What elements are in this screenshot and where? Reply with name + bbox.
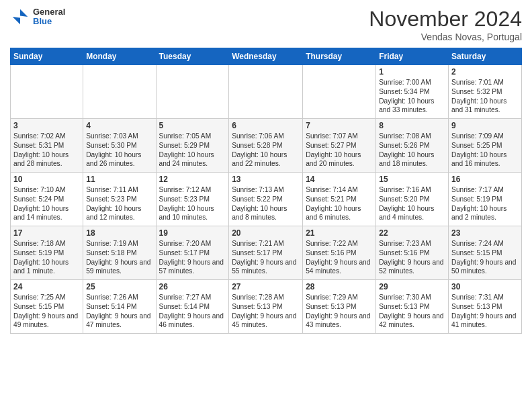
day-info-2: Sunrise: 7:01 AM Sunset: 5:32 PM Dayligh… xyxy=(451,78,519,115)
day-info-19: Sunrise: 7:20 AM Sunset: 5:17 PM Dayligh… xyxy=(159,239,226,276)
day-number-8: 8 xyxy=(379,121,445,130)
day-info-17: Sunrise: 7:18 AM Sunset: 5:19 PM Dayligh… xyxy=(13,239,80,276)
day-cell-1-2: 5Sunrise: 7:05 AM Sunset: 5:29 PM Daylig… xyxy=(156,119,229,173)
day-cell-3-1: 18Sunrise: 7:19 AM Sunset: 5:18 PM Dayli… xyxy=(83,226,156,280)
day-number-20: 20 xyxy=(232,228,300,238)
day-info-13: Sunrise: 7:13 AM Sunset: 5:22 PM Dayligh… xyxy=(232,185,300,222)
day-info-4: Sunrise: 7:03 AM Sunset: 5:30 PM Dayligh… xyxy=(86,132,152,169)
day-cell-0-4 xyxy=(303,65,376,119)
logo-text: General Blue xyxy=(33,7,65,27)
week-row-1: 3Sunrise: 7:02 AM Sunset: 5:31 PM Daylig… xyxy=(11,119,522,173)
day-number-27: 27 xyxy=(232,282,300,291)
day-cell-4-6: 30Sunrise: 7:31 AM Sunset: 5:13 PM Dayli… xyxy=(449,280,522,334)
day-info-15: Sunrise: 7:16 AM Sunset: 5:20 PM Dayligh… xyxy=(379,185,445,222)
day-number-13: 13 xyxy=(232,175,300,184)
day-number-1: 1 xyxy=(379,67,445,77)
day-cell-2-6: 16Sunrise: 7:17 AM Sunset: 5:19 PM Dayli… xyxy=(449,173,522,226)
week-row-3: 17Sunrise: 7:18 AM Sunset: 5:19 PM Dayli… xyxy=(11,226,522,280)
day-cell-1-6: 9Sunrise: 7:09 AM Sunset: 5:25 PM Daylig… xyxy=(449,119,522,173)
day-info-18: Sunrise: 7:19 AM Sunset: 5:18 PM Dayligh… xyxy=(86,239,152,276)
day-info-10: Sunrise: 7:10 AM Sunset: 5:24 PM Dayligh… xyxy=(13,185,80,222)
day-number-26: 26 xyxy=(159,282,226,291)
day-cell-3-0: 17Sunrise: 7:18 AM Sunset: 5:19 PM Dayli… xyxy=(11,226,83,280)
day-number-9: 9 xyxy=(451,121,519,130)
day-number-12: 12 xyxy=(159,175,226,184)
day-info-23: Sunrise: 7:24 AM Sunset: 5:15 PM Dayligh… xyxy=(451,239,519,276)
day-cell-2-4: 14Sunrise: 7:14 AM Sunset: 5:21 PM Dayli… xyxy=(303,173,376,226)
header-saturday: Saturday xyxy=(449,48,522,65)
day-cell-2-5: 15Sunrise: 7:16 AM Sunset: 5:20 PM Dayli… xyxy=(376,173,449,226)
day-number-6: 6 xyxy=(232,121,300,130)
day-number-3: 3 xyxy=(13,121,80,130)
logo: General Blue xyxy=(10,7,65,27)
day-number-4: 4 xyxy=(86,121,152,130)
header: General Blue November 2024 Vendas Novas,… xyxy=(10,7,522,42)
day-number-23: 23 xyxy=(451,228,519,238)
day-number-25: 25 xyxy=(86,282,152,291)
day-cell-0-5: 1Sunrise: 7:00 AM Sunset: 5:34 PM Daylig… xyxy=(376,65,449,119)
title-block: November 2024 Vendas Novas, Portugal xyxy=(369,7,522,42)
day-cell-3-4: 21Sunrise: 7:22 AM Sunset: 5:16 PM Dayli… xyxy=(303,226,376,280)
day-cell-2-2: 12Sunrise: 7:12 AM Sunset: 5:23 PM Dayli… xyxy=(156,173,229,226)
day-cell-4-5: 29Sunrise: 7:30 AM Sunset: 5:13 PM Dayli… xyxy=(376,280,449,334)
month-title: November 2024 xyxy=(369,7,522,32)
day-cell-2-3: 13Sunrise: 7:13 AM Sunset: 5:22 PM Dayli… xyxy=(229,173,303,226)
day-info-9: Sunrise: 7:09 AM Sunset: 5:25 PM Dayligh… xyxy=(451,132,519,169)
day-cell-4-0: 24Sunrise: 7:25 AM Sunset: 5:15 PM Dayli… xyxy=(11,280,83,334)
day-cell-1-1: 4Sunrise: 7:03 AM Sunset: 5:30 PM Daylig… xyxy=(83,119,156,173)
day-number-19: 19 xyxy=(159,228,226,238)
day-number-15: 15 xyxy=(379,175,445,184)
logo-general-label: General xyxy=(33,7,65,17)
page: General Blue November 2024 Vendas Novas,… xyxy=(0,0,532,344)
day-info-14: Sunrise: 7:14 AM Sunset: 5:21 PM Dayligh… xyxy=(306,185,373,222)
day-info-29: Sunrise: 7:30 AM Sunset: 5:13 PM Dayligh… xyxy=(379,293,445,330)
day-number-16: 16 xyxy=(451,175,519,184)
day-cell-0-3 xyxy=(229,65,303,119)
day-number-18: 18 xyxy=(86,228,152,238)
day-cell-1-5: 8Sunrise: 7:08 AM Sunset: 5:26 PM Daylig… xyxy=(376,119,449,173)
logo-icon xyxy=(10,7,30,27)
day-number-29: 29 xyxy=(379,282,445,291)
day-number-2: 2 xyxy=(451,67,519,77)
day-number-14: 14 xyxy=(306,175,373,184)
day-info-22: Sunrise: 7:23 AM Sunset: 5:16 PM Dayligh… xyxy=(379,239,445,276)
header-friday: Friday xyxy=(376,48,449,65)
day-info-21: Sunrise: 7:22 AM Sunset: 5:16 PM Dayligh… xyxy=(306,239,373,276)
week-row-2: 10Sunrise: 7:10 AM Sunset: 5:24 PM Dayli… xyxy=(11,173,522,226)
day-number-24: 24 xyxy=(13,282,80,291)
day-cell-1-3: 6Sunrise: 7:06 AM Sunset: 5:28 PM Daylig… xyxy=(229,119,303,173)
day-info-27: Sunrise: 7:28 AM Sunset: 5:13 PM Dayligh… xyxy=(232,293,300,330)
day-info-30: Sunrise: 7:31 AM Sunset: 5:13 PM Dayligh… xyxy=(451,293,519,330)
day-info-7: Sunrise: 7:07 AM Sunset: 5:27 PM Dayligh… xyxy=(306,132,373,169)
day-cell-3-3: 20Sunrise: 7:21 AM Sunset: 5:17 PM Dayli… xyxy=(229,226,303,280)
day-cell-0-0 xyxy=(11,65,83,119)
day-info-24: Sunrise: 7:25 AM Sunset: 5:15 PM Dayligh… xyxy=(13,293,80,330)
week-row-4: 24Sunrise: 7:25 AM Sunset: 5:15 PM Dayli… xyxy=(11,280,522,334)
day-info-25: Sunrise: 7:26 AM Sunset: 5:14 PM Dayligh… xyxy=(86,293,152,330)
header-thursday: Thursday xyxy=(303,48,376,65)
day-number-7: 7 xyxy=(306,121,373,130)
day-cell-4-2: 26Sunrise: 7:27 AM Sunset: 5:14 PM Dayli… xyxy=(156,280,229,334)
header-wednesday: Wednesday xyxy=(229,48,303,65)
day-cell-0-1 xyxy=(83,65,156,119)
day-cell-3-2: 19Sunrise: 7:20 AM Sunset: 5:17 PM Dayli… xyxy=(156,226,229,280)
day-number-11: 11 xyxy=(86,175,152,184)
day-cell-2-1: 11Sunrise: 7:11 AM Sunset: 5:23 PM Dayli… xyxy=(83,173,156,226)
day-cell-4-1: 25Sunrise: 7:26 AM Sunset: 5:14 PM Dayli… xyxy=(83,280,156,334)
day-cell-1-4: 7Sunrise: 7:07 AM Sunset: 5:27 PM Daylig… xyxy=(303,119,376,173)
day-info-26: Sunrise: 7:27 AM Sunset: 5:14 PM Dayligh… xyxy=(159,293,226,330)
header-tuesday: Tuesday xyxy=(156,48,229,65)
day-info-28: Sunrise: 7:29 AM Sunset: 5:13 PM Dayligh… xyxy=(306,293,373,330)
day-info-5: Sunrise: 7:05 AM Sunset: 5:29 PM Dayligh… xyxy=(159,132,226,169)
day-info-20: Sunrise: 7:21 AM Sunset: 5:17 PM Dayligh… xyxy=(232,239,300,276)
day-cell-2-0: 10Sunrise: 7:10 AM Sunset: 5:24 PM Dayli… xyxy=(11,173,83,226)
day-number-21: 21 xyxy=(306,228,373,238)
header-monday: Monday xyxy=(83,48,156,65)
weekday-header-row: Sunday Monday Tuesday Wednesday Thursday… xyxy=(11,48,522,65)
day-number-28: 28 xyxy=(306,282,373,291)
location: Vendas Novas, Portugal xyxy=(369,32,522,42)
day-info-12: Sunrise: 7:12 AM Sunset: 5:23 PM Dayligh… xyxy=(159,185,226,222)
day-cell-0-2 xyxy=(156,65,229,119)
day-cell-0-6: 2Sunrise: 7:01 AM Sunset: 5:32 PM Daylig… xyxy=(449,65,522,119)
day-info-1: Sunrise: 7:00 AM Sunset: 5:34 PM Dayligh… xyxy=(379,78,445,115)
